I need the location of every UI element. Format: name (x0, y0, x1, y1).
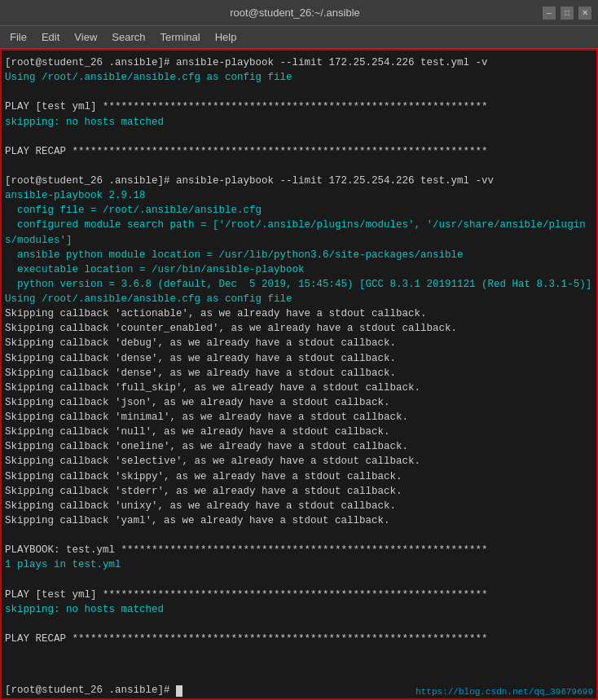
minimize-button[interactable]: – (543, 7, 556, 20)
terminal-line: Skipping callback 'json', as we already … (5, 397, 390, 408)
terminal-line: [root@student_26 .ansible]# ansible-play… (5, 57, 488, 68)
last-prompt: [root@student_26 .ansible]# (5, 685, 176, 695)
terminal-line: PLAY [test yml] ************************… (5, 589, 488, 601)
terminal-line: Skipping callback 'selective', as we alr… (5, 456, 420, 467)
terminal-body: [root@student_26 .ansible]# ansible-play… (0, 49, 598, 700)
terminal-line: Skipping callback 'stderr', as we alread… (5, 486, 402, 497)
terminal-line: Skipping callback 'counter_enabled', as … (5, 323, 457, 334)
maximize-button[interactable]: □ (561, 7, 574, 20)
cursor-block (176, 685, 182, 695)
terminal-line: Skipping callback 'skippy', as we alread… (5, 471, 402, 482)
menu-item-help[interactable]: Help (209, 29, 244, 45)
terminal-line: python version = 3.6.8 (default, Dec 5 2… (5, 279, 591, 290)
status-bar: https://blog.csdn.net/qq_39679699 (412, 685, 596, 698)
menu-item-view[interactable]: View (68, 29, 103, 45)
terminal-output: [root@student_26 .ansible]# ansible-play… (5, 55, 593, 646)
terminal-line: ansible-playbook 2.9.18 (5, 190, 146, 201)
close-button[interactable]: ✕ (578, 7, 591, 20)
terminal-line: [root@student_26 .ansible]# ansible-play… (5, 175, 494, 187)
terminal-line: PLAY RECAP *****************************… (5, 633, 488, 645)
terminal-line: PLAYBOOK: test.yml *********************… (5, 544, 488, 556)
terminal-line: skipping: no hosts matched (5, 604, 164, 615)
terminal-line: Skipping callback 'yaml', as we already … (5, 515, 390, 526)
terminal-line: Skipping callback 'full_skip', as we alr… (5, 382, 420, 394)
menu-bar: FileEditViewSearchTerminalHelp (0, 26, 598, 49)
menu-item-terminal[interactable]: Terminal (154, 29, 207, 45)
terminal-line: Skipping callback 'oneline', as we alrea… (5, 441, 408, 452)
terminal-line: Skipping callback 'dense', as we already… (5, 353, 396, 364)
terminal-line: Skipping callback 'minimal', as we alrea… (5, 412, 408, 423)
terminal-line: skipping: no hosts matched (5, 117, 164, 128)
terminal-content: [root@student_26 .ansible]# ansible-play… (2, 54, 596, 695)
terminal-line: Using /root/.ansible/ansible.cfg as conf… (5, 72, 292, 83)
terminal-line: Skipping callback 'debug', as we already… (5, 337, 396, 349)
terminal-line: ansible python module location = /usr/li… (5, 249, 464, 261)
menu-item-search[interactable]: Search (105, 29, 152, 45)
terminal-line: executable location = /usr/bin/ansible-p… (5, 264, 305, 275)
window-title: root@student_26:~/.ansible (47, 7, 543, 19)
terminal-line: config file = /root/.ansible/ansible.cfg (5, 205, 262, 216)
terminal-line: 1 plays in test.yml (5, 559, 121, 570)
terminal-line: Skipping callback 'actionable', as we al… (5, 308, 427, 319)
last-prompt-line: [root@student_26 .ansible]# (5, 682, 182, 695)
menu-item-edit[interactable]: Edit (35, 29, 66, 45)
terminal-line: PLAY RECAP *****************************… (5, 146, 488, 157)
menu-item-file[interactable]: File (3, 29, 33, 45)
terminal-line: configured module search path = ['/root/… (5, 219, 586, 245)
terminal-line: Using /root/.ansible/ansible.cfg as conf… (5, 293, 292, 305)
terminal-line: Skipping callback 'unixy', as we already… (5, 500, 396, 512)
terminal-line: Skipping callback 'null', as we already … (5, 426, 390, 438)
terminal-line: Skipping callback 'dense', as we already… (5, 368, 396, 379)
title-bar: root@student_26:~/.ansible – □ ✕ (0, 0, 598, 26)
terminal-line: PLAY [test yml] ************************… (5, 101, 488, 112)
window-controls[interactable]: – □ ✕ (543, 7, 591, 20)
